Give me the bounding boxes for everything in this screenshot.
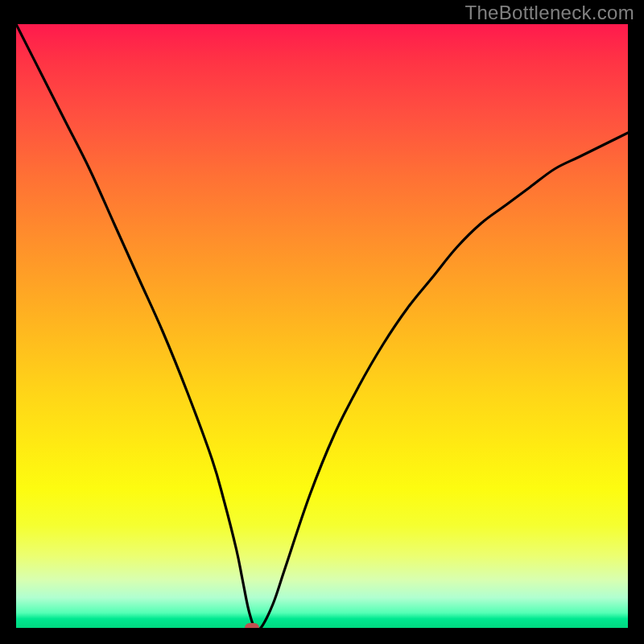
watermark-text: TheBottleneck.com (464, 2, 634, 24)
curve-layer (16, 24, 628, 628)
bottleneck-curve (16, 24, 628, 628)
plot-area (16, 24, 628, 628)
optimum-marker (245, 623, 259, 628)
chart-container: TheBottleneck.com (0, 0, 644, 644)
